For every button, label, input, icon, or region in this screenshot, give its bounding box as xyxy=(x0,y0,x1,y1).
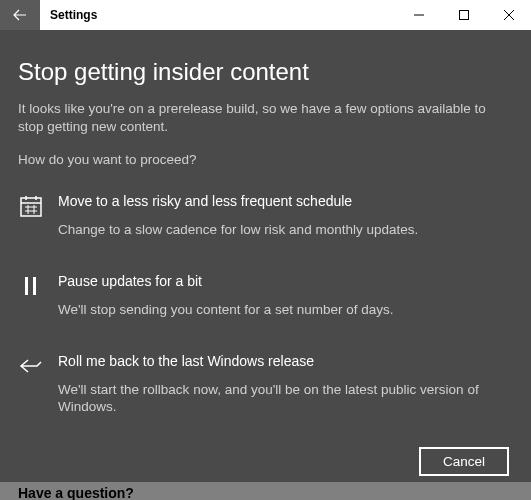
content-area: Stop getting insider content It looks li… xyxy=(0,30,531,408)
minimize-button[interactable] xyxy=(396,0,441,30)
svg-rect-13 xyxy=(33,277,36,295)
option-title: Move to a less risky and less frequent s… xyxy=(58,193,513,209)
option-text: Pause updates for a bit We'll stop sendi… xyxy=(58,273,513,319)
maximize-icon xyxy=(459,10,469,20)
option-desc: We'll start the rollback now, and you'll… xyxy=(58,381,513,416)
close-icon xyxy=(504,10,514,20)
intro-text: It looks like you're on a prerelease bui… xyxy=(18,100,508,136)
option-slow-schedule[interactable]: Move to a less risky and less frequent s… xyxy=(18,193,513,239)
calendar-icon xyxy=(18,193,44,219)
svg-rect-1 xyxy=(459,11,468,20)
option-text: Move to a less risky and less frequent s… xyxy=(58,193,513,239)
titlebar: Settings xyxy=(0,0,531,30)
pause-icon xyxy=(18,273,44,299)
arrow-left-icon xyxy=(12,7,28,23)
window-title: Settings xyxy=(40,8,97,22)
maximize-button[interactable] xyxy=(441,0,486,30)
option-rollback[interactable]: Roll me back to the last Windows release… xyxy=(18,353,513,416)
minimize-icon xyxy=(414,10,424,20)
back-button[interactable] xyxy=(0,0,40,30)
titlebar-left: Settings xyxy=(0,0,97,30)
close-button[interactable] xyxy=(486,0,531,30)
option-pause[interactable]: Pause updates for a bit We'll stop sendi… xyxy=(18,273,513,319)
footer-hint: Have a question? xyxy=(0,482,531,500)
button-row: Cancel xyxy=(419,447,509,476)
option-title: Pause updates for a bit xyxy=(58,273,513,289)
option-title: Roll me back to the last Windows release xyxy=(58,353,513,369)
option-text: Roll me back to the last Windows release… xyxy=(58,353,513,416)
page-heading: Stop getting insider content xyxy=(18,58,513,86)
rollback-icon xyxy=(18,353,44,379)
window-controls xyxy=(396,0,531,30)
prompt-text: How do you want to proceed? xyxy=(18,152,513,167)
svg-rect-12 xyxy=(25,277,28,295)
cancel-button[interactable]: Cancel xyxy=(419,447,509,476)
option-desc: Change to a slow cadence for low risk an… xyxy=(58,221,513,239)
option-desc: We'll stop sending you content for a set… xyxy=(58,301,513,319)
